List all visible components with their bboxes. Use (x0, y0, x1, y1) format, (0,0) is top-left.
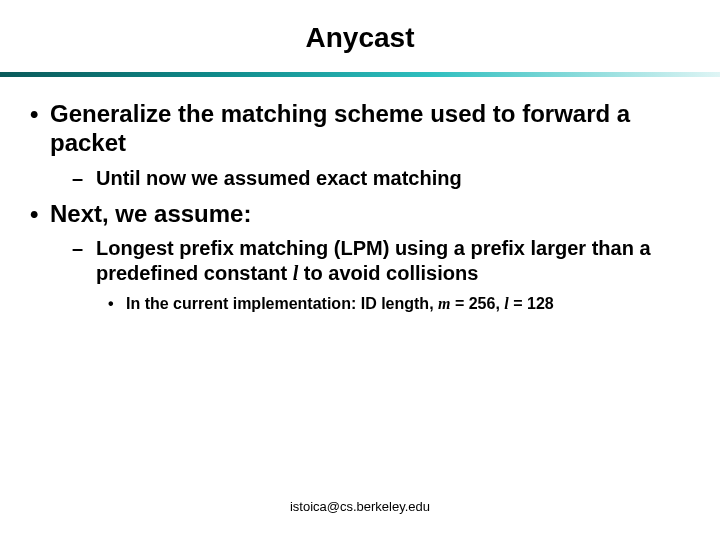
slide: Anycast •Generalize the matching scheme … (0, 0, 720, 540)
bullet-text: Next, we assume: (50, 200, 251, 227)
bullet-level3: •In the current implementation: ID lengt… (22, 294, 698, 315)
bullet-level1: •Next, we assume: (22, 199, 698, 228)
bullet-text-post: = 128 (509, 295, 554, 312)
slide-footer: istoica@cs.berkeley.edu (0, 499, 720, 514)
var-m: m (438, 295, 450, 312)
bullet-text: Generalize the matching scheme used to f… (50, 100, 630, 156)
dash-icon: – (72, 166, 96, 191)
bullet-level2: –Until now we assumed exact matching (22, 166, 698, 191)
bullet-level1: •Generalize the matching scheme used to … (22, 99, 698, 158)
slide-title: Anycast (0, 0, 720, 68)
bullet-text-post: to avoid collisions (298, 262, 478, 284)
bullet-icon: • (30, 99, 50, 128)
bullet-text: Until now we assumed exact matching (96, 167, 462, 189)
bullet-icon: • (108, 294, 126, 315)
bullet-level2: –Longest prefix matching (LPM) using a p… (22, 236, 698, 286)
slide-body: •Generalize the matching scheme used to … (0, 77, 720, 315)
bullet-icon: • (30, 199, 50, 228)
bullet-text-mid: = 256, (450, 295, 504, 312)
bullet-text-pre: In the current implementation: ID length… (126, 295, 438, 312)
dash-icon: – (72, 236, 96, 261)
